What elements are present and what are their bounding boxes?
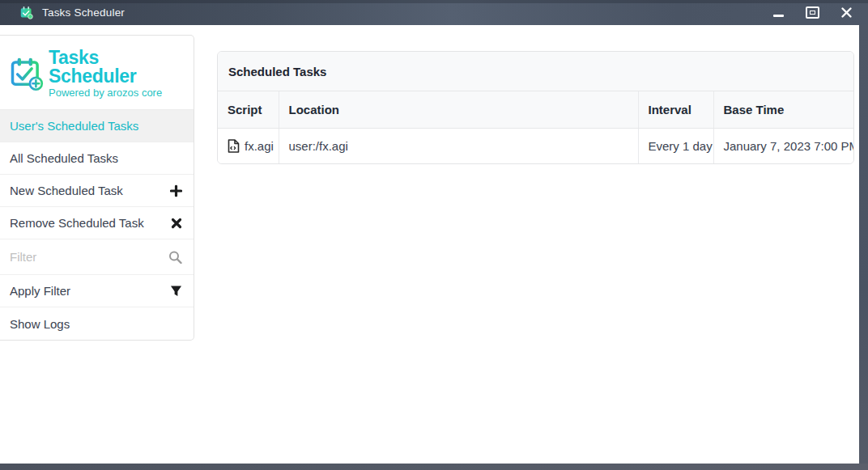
- calendar-check-plus-icon: [10, 57, 44, 91]
- window-title: Tasks Scheduler: [42, 6, 125, 19]
- cell-interval: Every 1 day: [638, 128, 713, 163]
- maximize-icon: [806, 6, 819, 19]
- logo-text: Tasks Scheduler Powered by arozos core: [49, 49, 187, 98]
- menu-item-label: User's Scheduled Tasks: [10, 119, 138, 133]
- x-icon: [171, 218, 182, 229]
- menu-item-label: New Scheduled Task: [10, 184, 123, 197]
- sidebar-item-new-scheduled-task[interactable]: New Scheduled Task: [0, 175, 194, 207]
- sidebar-item-remove-scheduled-task[interactable]: Remove Scheduled Task: [0, 207, 194, 239]
- cell-location: user:/fx.agi: [279, 128, 638, 163]
- filter-input[interactable]: [0, 239, 155, 274]
- search-icon: [168, 250, 182, 264]
- plus-icon: [170, 184, 182, 197]
- menu-item-label: Remove Scheduled Task: [10, 216, 144, 230]
- close-button[interactable]: [839, 6, 853, 20]
- window-controls: [771, 0, 853, 25]
- sidebar-menu: User's Scheduled Tasks All Scheduled Tas…: [0, 109, 194, 340]
- titlebar: Tasks Scheduler: [0, 0, 868, 25]
- tasks-table: Script Location Interval Base Time: [218, 91, 853, 163]
- sidebar-item-apply-filter[interactable]: Apply Filter: [0, 275, 194, 307]
- minimize-button[interactable]: [771, 6, 785, 20]
- filter-funnel-icon: [170, 285, 182, 297]
- panel-title: Scheduled Tasks: [218, 52, 853, 91]
- window-frame-bottom: [0, 464, 868, 470]
- menu-item-label: All Scheduled Tasks: [10, 151, 118, 165]
- menu-item-label: Show Logs: [10, 317, 70, 331]
- logo-subtitle: Powered by arozos core: [49, 87, 187, 98]
- sidebar: Tasks Scheduler Powered by arozos core U…: [0, 35, 194, 341]
- close-icon: [840, 6, 853, 19]
- menu-item-label: Apply Filter: [10, 284, 70, 298]
- column-header-interval: Interval: [638, 91, 713, 128]
- window-frame-right: [859, 25, 868, 464]
- table-header-row: Script Location Interval Base Time: [218, 91, 853, 128]
- column-header-base-time: Base Time: [713, 91, 853, 128]
- logo-title: Tasks Scheduler: [49, 49, 187, 86]
- column-header-location: Location: [279, 91, 638, 128]
- script-name: fx.agi: [245, 139, 274, 153]
- filter-field: [0, 239, 194, 275]
- cell-base-time: January 7, 2023 7:00 PM: [713, 128, 853, 163]
- cell-script: fx.agi: [218, 128, 279, 163]
- table-row[interactable]: fx.agi user:/fx.agi Every 1 day January …: [218, 128, 853, 163]
- script-file-icon: [228, 139, 240, 153]
- app-icon: [19, 6, 33, 19]
- column-header-script: Script: [218, 91, 279, 128]
- scheduled-tasks-panel: Scheduled Tasks Script Location Interval…: [217, 51, 854, 164]
- minimize-icon: [773, 15, 784, 17]
- sidebar-item-all-scheduled-tasks[interactable]: All Scheduled Tasks: [0, 142, 194, 175]
- sidebar-item-users-scheduled-tasks[interactable]: User's Scheduled Tasks: [0, 110, 194, 142]
- sidebar-item-show-logs[interactable]: Show Logs: [0, 307, 194, 340]
- app-logo: Tasks Scheduler Powered by arozos core: [0, 36, 194, 109]
- maximize-button[interactable]: [805, 6, 819, 20]
